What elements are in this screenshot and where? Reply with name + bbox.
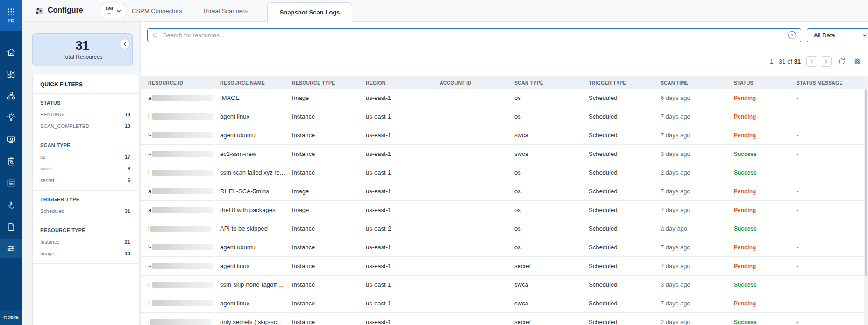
column-header-region[interactable]: REGION xyxy=(366,80,440,85)
cell-resource-type: Image xyxy=(292,94,366,101)
collapse-panel-button[interactable] xyxy=(120,39,130,49)
filter-group-title: SCAN TYPE xyxy=(40,142,130,148)
help-icon[interactable]: ? xyxy=(788,31,796,39)
cell-resource-id: a xyxy=(148,206,220,213)
column-header-resource-type[interactable]: RESOURCE TYPE xyxy=(292,80,366,85)
cell-resource-type: Instance xyxy=(292,113,366,120)
total-resources-label: Total Resources xyxy=(62,54,102,60)
table-row[interactable]: aRHEL-SCA-5minsImageus-east-1osScheduled… xyxy=(141,182,868,201)
sidebar-item-dashboard[interactable] xyxy=(0,65,22,84)
search-icon xyxy=(152,32,159,39)
search-input[interactable] xyxy=(163,32,784,39)
filter-item-os[interactable]: os17 xyxy=(40,154,130,160)
redacted-resource-id xyxy=(152,170,213,176)
sidebar-item-home[interactable] xyxy=(0,43,22,62)
cell-resource-id: i- xyxy=(148,244,220,251)
cell-resource-name: agent linux xyxy=(220,262,292,269)
filter-item-label: swca xyxy=(40,166,52,171)
cell-trigger-type: Scheduled xyxy=(589,225,661,232)
quick-filters-title: QUICK FILTERS xyxy=(33,75,138,94)
app-launcher[interactable]: TC xyxy=(0,0,22,31)
scan-logs-table: RESOURCE IDRESOURCE NAMERESOURCE TYPEREG… xyxy=(141,76,868,325)
table-row[interactable]: i-agent linuxInstanceus-east-1osSchedule… xyxy=(141,107,868,126)
chevron-left-icon xyxy=(810,59,814,64)
chevron-right-icon xyxy=(824,59,828,64)
filter-item-count: 8 xyxy=(128,166,130,171)
tab-snapshot-scan-logs[interactable]: Snapshot Scan Logs xyxy=(267,2,353,22)
cell-status-message: - xyxy=(797,300,868,307)
sidebar-item-monitor-search[interactable] xyxy=(0,130,22,149)
cell-region: us-east-1 xyxy=(366,244,440,251)
column-header-scan-time[interactable]: SCAN TIME xyxy=(661,80,734,85)
cell-trigger-type: Scheduled xyxy=(589,244,661,251)
filter-item-count: 6 xyxy=(128,177,130,183)
column-header-status[interactable]: STATUS xyxy=(734,80,797,85)
tab-cspm-connectors[interactable]: CSPM Connectors xyxy=(121,0,192,22)
total-resources-card[interactable]: 31 Total Resources xyxy=(32,33,133,66)
quick-filters-panel: QUICK FILTERS STATUSPENDING18SCAN_COMPLE… xyxy=(32,75,138,325)
sidebar-item-hand-pointer[interactable] xyxy=(0,196,22,214)
filter-item-secret[interactable]: secret6 xyxy=(40,177,130,183)
sidebar-item-lightbulb[interactable] xyxy=(0,108,22,127)
column-header-trigger-type[interactable]: TRIGGER TYPE xyxy=(589,80,661,85)
column-header-account-id[interactable]: ACCOUNT ID xyxy=(440,80,514,85)
file-icon xyxy=(7,222,16,232)
table-row[interactable]: i-agent ubuntuInstanceus-east-1swcaSched… xyxy=(141,126,868,145)
cell-resource-type: Instance xyxy=(292,300,366,307)
cell-region: us-east-1 xyxy=(366,169,440,176)
table-row[interactable]: arhel 8 with packagesImageus-east-1osSch… xyxy=(141,201,868,219)
table-row[interactable]: i-agent linuxInstanceus-east-1swcaSchedu… xyxy=(141,294,868,313)
table-row[interactable]: iAPI to be skippedInstanceus-east-2osSch… xyxy=(141,219,868,238)
cell-scan-type: secret xyxy=(514,262,589,269)
cell-resource-id: i- xyxy=(148,169,220,176)
cell-status-message: - xyxy=(797,132,868,139)
prev-page-button[interactable] xyxy=(806,56,817,67)
cell-resource-name: API to be skipped xyxy=(220,225,292,232)
column-header-resource-id[interactable]: RESOURCE ID xyxy=(148,80,220,85)
table-header-row: RESOURCE IDRESOURCE NAMERESOURCE TYPEREG… xyxy=(141,76,868,89)
table-row[interactable]: i-ssm-skip-none-tagoff ...Instanceus-eas… xyxy=(141,276,868,294)
next-page-button[interactable] xyxy=(821,56,832,67)
filter-item-pending[interactable]: PENDING18 xyxy=(40,112,130,117)
filter-item-swca[interactable]: swca8 xyxy=(40,166,130,171)
cell-region: us-east-1 xyxy=(366,300,440,307)
status-badge: Pending xyxy=(734,207,797,213)
filter-item-count: 21 xyxy=(125,239,130,245)
filter-item-scan_completed[interactable]: SCAN_COMPLETED13 xyxy=(40,123,130,129)
data-scope-dropdown[interactable]: All Data xyxy=(807,28,868,42)
table-row[interactable]: aIMAGEImageus-east-1osScheduled6 days ag… xyxy=(141,89,868,107)
cell-scan-type: swca xyxy=(514,132,589,139)
clipboard-search-icon xyxy=(7,157,16,166)
filter-item-scheduled[interactable]: Scheduled31 xyxy=(40,208,130,214)
table-row[interactable]: i-ssm scan failed xyz re...Instanceus-ea… xyxy=(141,163,868,182)
filter-item-instance[interactable]: Instance21 xyxy=(40,239,130,245)
table-row[interactable]: i-ec2-ssm-newInstanceus-east-1swcaSchedu… xyxy=(141,145,868,163)
table-row[interactable]: i-agent linuxInstanceus-east-1secretSche… xyxy=(141,257,868,276)
table-settings-button[interactable] xyxy=(851,55,863,67)
cell-trigger-type: Scheduled xyxy=(589,281,661,288)
vertical-scrollbar[interactable] xyxy=(864,76,868,325)
cell-scan-type: os xyxy=(514,169,589,176)
cell-scan-time: 3 days ago xyxy=(661,150,734,157)
status-badge: Pending xyxy=(734,244,797,251)
sidebar-item-report[interactable] xyxy=(0,174,22,192)
status-badge: Success xyxy=(734,170,797,176)
sidebar-item-file[interactable] xyxy=(0,218,22,236)
table-row[interactable]: i-agent ubuntuInstanceus-east-1osSchedul… xyxy=(141,238,868,257)
cell-scan-type: secret xyxy=(514,318,589,325)
sidebar-item-clipboard-search[interactable] xyxy=(0,152,22,171)
sidebar-item-topology[interactable] xyxy=(0,86,22,105)
sidebar-item-sliders[interactable] xyxy=(0,239,22,258)
scrollbar-thumb[interactable] xyxy=(865,89,867,276)
filter-item-image[interactable]: Image10 xyxy=(40,251,130,256)
cell-status-message: - xyxy=(797,318,868,325)
column-header-resource-name[interactable]: RESOURCE NAME xyxy=(220,80,292,85)
table-row[interactable]: ionly secrets ( skip-sc...Instanceus-eas… xyxy=(141,313,868,325)
cell-resource-type: Instance xyxy=(292,318,366,325)
refresh-button[interactable] xyxy=(835,55,847,67)
tab-threat-scanners[interactable]: Threat Scanners xyxy=(192,0,258,22)
cell-resource-name: RHEL-SCA-5mins xyxy=(220,188,292,195)
filter-item-count: 10 xyxy=(125,251,130,256)
column-header-scan-type[interactable]: SCAN TYPE xyxy=(514,80,589,85)
column-header-status-message[interactable]: STATUS MESSAGE xyxy=(797,80,868,85)
